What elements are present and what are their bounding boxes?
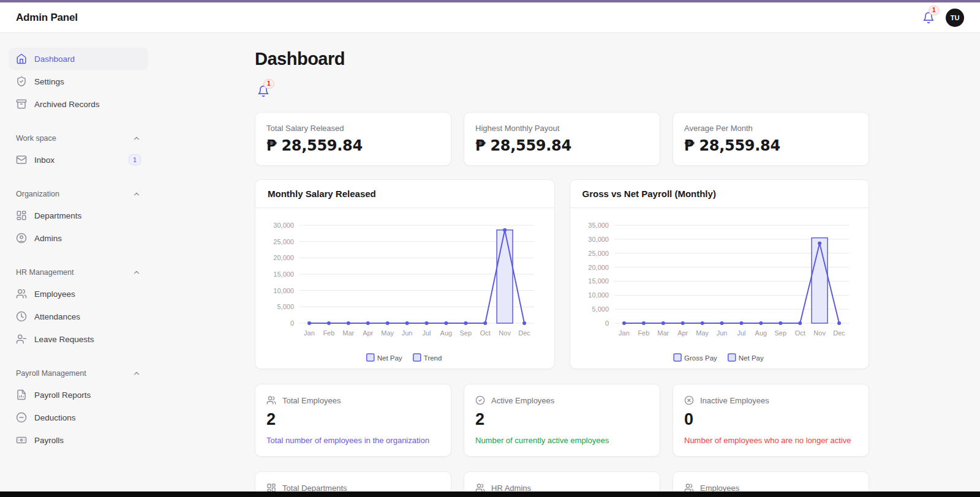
- svg-text:5,000: 5,000: [592, 305, 609, 313]
- user-circle-icon: [16, 233, 27, 244]
- app-header: Admin Panel 1 TU: [0, 2, 980, 33]
- sidebar-item-attendances[interactable]: Attendances: [9, 305, 148, 327]
- sidebar-item-label: Inbox: [34, 155, 55, 165]
- svg-text:Jun: Jun: [402, 329, 413, 337]
- section-collapse-toggle[interactable]: [132, 268, 141, 277]
- sidebar-item-deductions[interactable]: Deductions: [9, 406, 148, 428]
- chevron-up-icon: [132, 369, 141, 378]
- svg-text:Nov: Nov: [499, 329, 511, 337]
- chevron-up-icon: [132, 134, 141, 143]
- stat-label: Total Salary Released: [266, 124, 440, 133]
- svg-text:0: 0: [605, 320, 608, 327]
- section-collapse-toggle[interactable]: [132, 134, 141, 143]
- stat-value: ₱ 28,559.84: [684, 137, 858, 154]
- sidebar-item-archived-records[interactable]: Archived Records: [9, 93, 148, 115]
- metric-header: Total Employees: [266, 395, 440, 405]
- layout-grid-icon: [16, 210, 27, 221]
- svg-text:Mar: Mar: [657, 329, 669, 337]
- sidebar-section-organization: Organization: [9, 184, 148, 204]
- svg-text:10,000: 10,000: [273, 287, 294, 294]
- sidebar-item-dashboard[interactable]: Dashboard: [9, 48, 148, 70]
- avatar[interactable]: TU: [946, 9, 964, 27]
- metric-header: Active Employees: [475, 395, 649, 405]
- x-circle-icon: [684, 395, 694, 405]
- shield-check-icon: [16, 76, 27, 87]
- svg-text:Net Pay: Net Pay: [738, 354, 763, 362]
- app-title: Admin Panel: [16, 12, 78, 24]
- metric-value: 2: [475, 410, 649, 429]
- chart-plot-area: 05,00010,00015,00020,00025,00030,000JanF…: [255, 208, 554, 368]
- sidebar-section-hr-management: HR Management: [9, 262, 148, 283]
- section-label: Work space: [16, 134, 56, 143]
- svg-text:25,000: 25,000: [273, 238, 294, 245]
- notification-badge: 1: [263, 79, 274, 89]
- metric-label: Inactive Employees: [700, 396, 769, 405]
- svg-text:0: 0: [290, 320, 294, 327]
- svg-text:Dec: Dec: [518, 329, 530, 337]
- sidebar-item-departments[interactable]: Departments: [9, 204, 148, 226]
- banknote-icon: [16, 435, 27, 446]
- sidebar-item-inbox[interactable]: Inbox1: [9, 149, 148, 171]
- section-label: Payroll Management: [16, 369, 86, 378]
- section-collapse-toggle[interactable]: [132, 190, 141, 198]
- chart-card-gross-vs-net-payroll-monthly-: Gross vs Net Payroll (Monthly)05,00010,0…: [570, 179, 870, 369]
- svg-text:Trend: Trend: [424, 354, 442, 362]
- check-circle-icon: [475, 395, 485, 405]
- chart-card-monthly-salary-released: Monthly Salary Released05,00010,00015,00…: [255, 179, 555, 369]
- app-layout: DashboardSettingsArchived RecordsWork sp…: [0, 33, 980, 497]
- svg-text:Feb: Feb: [638, 329, 649, 337]
- metric-note: Number of employees who are no longer ac…: [684, 436, 858, 445]
- svg-text:25,000: 25,000: [588, 250, 609, 257]
- metric-value: 2: [266, 410, 440, 429]
- metric-note: Number of currently active employees: [475, 436, 649, 445]
- salary-stats-row: Total Salary Released₱ 28,559.84Highest …: [255, 112, 869, 166]
- notifications-button[interactable]: 1: [921, 10, 936, 25]
- svg-text:Jan: Jan: [619, 329, 630, 337]
- mail-icon: [16, 154, 27, 165]
- sidebar-item-label: Leave Requests: [34, 335, 94, 344]
- section-label: Organization: [16, 190, 59, 198]
- svg-text:Nov: Nov: [813, 329, 826, 337]
- sidebar-item-label: Deductions: [34, 413, 76, 422]
- file-chart-icon: [16, 389, 27, 400]
- svg-text:May: May: [381, 329, 394, 337]
- svg-text:Jan: Jan: [304, 329, 315, 337]
- home-icon: [16, 53, 27, 64]
- sidebar-item-employees[interactable]: Employees: [9, 283, 148, 305]
- svg-text:20,000: 20,000: [588, 264, 609, 271]
- section-label: HR Management: [16, 268, 74, 277]
- svg-text:Feb: Feb: [323, 329, 334, 337]
- section-collapse-toggle[interactable]: [132, 369, 141, 378]
- chart-title: Gross vs Net Payroll (Monthly): [570, 180, 869, 208]
- metric-note: Total number of employees in the organiz…: [266, 436, 440, 445]
- sidebar-item-label: Dashboard: [34, 54, 75, 64]
- chart-plot-area: 05,00010,00015,00020,00025,00030,00035,0…: [570, 208, 869, 368]
- stat-card-highest-monthly-payout: Highest Monthly Payout₱ 28,559.84: [464, 112, 660, 166]
- metric-card-total-employees: Total Employees2Total number of employee…: [255, 384, 451, 457]
- svg-text:Aug: Aug: [755, 329, 767, 337]
- charts-row: Monthly Salary Released05,00010,00015,00…: [255, 179, 869, 369]
- svg-text:Jul: Jul: [737, 329, 745, 337]
- users-icon: [266, 395, 276, 405]
- header-actions: 1 TU: [921, 9, 964, 27]
- chevron-up-icon: [132, 190, 141, 198]
- user-minus-icon: [16, 334, 27, 345]
- metric-header: Inactive Employees: [684, 395, 858, 405]
- svg-text:30,000: 30,000: [273, 222, 294, 229]
- svg-text:Apr: Apr: [363, 329, 373, 337]
- stat-card-total-salary-released: Total Salary Released₱ 28,559.84: [255, 112, 451, 166]
- svg-text:15,000: 15,000: [588, 277, 609, 285]
- metric-label: Total Employees: [282, 396, 341, 405]
- dashboard-content: Dashboard 1 Total Salary Released₱ 28,55…: [255, 33, 869, 497]
- stat-card-average-per-month: Average Per Month₱ 28,559.84: [673, 112, 869, 166]
- svg-text:Gross Pay: Gross Pay: [684, 354, 717, 362]
- sidebar-item-payrolls[interactable]: Payrolls: [9, 429, 148, 451]
- sidebar-section-payroll-management: Payroll Management: [9, 363, 148, 384]
- sidebar-item-payroll-reports[interactable]: Payroll Reports: [9, 384, 148, 406]
- svg-text:May: May: [696, 329, 709, 337]
- sidebar-item-leave-requests[interactable]: Leave Requests: [9, 328, 148, 350]
- sidebar-item-settings[interactable]: Settings: [9, 70, 148, 92]
- sidebar-item-label: Payroll Reports: [34, 390, 91, 400]
- page-notifications-button[interactable]: 1: [256, 84, 271, 99]
- sidebar-item-admins[interactable]: Admins: [9, 227, 148, 249]
